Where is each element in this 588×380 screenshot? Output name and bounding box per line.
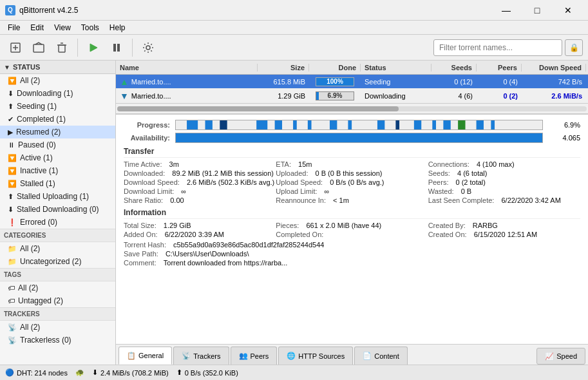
sidebar-item-tracker-all[interactable]: 📡 All (2) (0, 321, 115, 334)
sidebar-item-untagged[interactable]: 🏷 Untagged (2) (0, 294, 115, 307)
sidebar-item-paused[interactable]: ⏸ Paused (0) (0, 138, 115, 151)
table-row[interactable]: ▼ Married.to.... 1.29 GiB 6.9% Downloadi… (116, 89, 588, 103)
menu-file[interactable]: File (3, 22, 25, 33)
sidebar-item-label: Trackerless (0) (20, 336, 71, 345)
downloading-icon: ⬇ (8, 90, 14, 98)
peers-row: Peers: 0 (2 total) (428, 178, 580, 186)
td-status-0: Seeding (361, 78, 432, 86)
dl-speed-value: 2.6 MiB/s (502.3 KiB/s avg.) (187, 178, 274, 186)
sidebar-item-all[interactable]: 🔽 All (2) (0, 74, 115, 87)
svg-rect-20 (348, 120, 352, 130)
created-by-row: Created By: RARBG (428, 222, 580, 229)
menu-view[interactable]: View (49, 22, 76, 33)
td-peers-0: 0 (4) (477, 78, 522, 86)
trackers-header[interactable]: TRACKERS (0, 307, 115, 321)
svg-rect-18 (308, 120, 312, 130)
close-button[interactable]: ✕ (553, 0, 583, 21)
row-arrow-up: ▲ (120, 77, 129, 87)
downloaded-row: Downloaded: 89.2 MiB (91.2 MiB this sess… (124, 169, 276, 177)
sidebar-item-inactive[interactable]: 🔽 Inactive (1) (0, 164, 115, 177)
tags-header[interactable]: TAGS (0, 268, 115, 281)
sidebar-item-stalled-uploading[interactable]: ⬆ Stalled Uploading (1) (0, 190, 115, 203)
tab-content[interactable]: 📄 Content (354, 347, 408, 365)
th-speed[interactable]: Down Speed (522, 64, 586, 71)
td-speed-1: 2.6 MiB/s (522, 92, 586, 100)
sidebar-item-trackerless[interactable]: 📡 Trackerless (0) (0, 334, 115, 347)
down-speed-text: 2.4 MiB/s (708.2 MiB) (100, 369, 169, 377)
horizontal-scrollbar[interactable] (116, 103, 588, 113)
time-active-value: 3m (169, 160, 179, 168)
window-controls: — □ ✕ (491, 0, 583, 21)
uploaded-label: Uploaded: (276, 169, 308, 177)
seeds-label: Seeds: (428, 169, 450, 177)
options-button[interactable] (138, 37, 158, 58)
details-panel: Progress: (116, 114, 588, 365)
search-input[interactable] (433, 39, 562, 56)
sidebar-item-label: Stalled (1) (20, 179, 55, 188)
tab-general[interactable]: 📋 General (119, 347, 172, 365)
tags-label: TAGS (4, 271, 21, 278)
th-done[interactable]: Done (309, 64, 361, 71)
statusbar: 🔵 DHT: 214 nodes 🐢 ⬇ 2.4 MiB/s (708.2 Mi… (0, 365, 588, 380)
th-name[interactable]: Name (116, 64, 258, 71)
wasted-label: Wasted: (428, 187, 454, 195)
speed-button[interactable]: 📈 Speed (536, 348, 585, 365)
dl-speed-row: Download Speed: 2.6 MiB/s (502.3 KiB/s a… (124, 178, 276, 186)
sidebar-item-errored[interactable]: ❗ Errored (0) (0, 216, 115, 229)
th-status[interactable]: Status (361, 64, 432, 71)
th-size[interactable]: Size (258, 64, 309, 71)
add-torrent-button[interactable] (5, 37, 26, 58)
dht-icon: 🔵 (5, 368, 14, 377)
details-scroll: Progress: (116, 115, 588, 344)
tab-trackers[interactable]: 📡 Trackers (173, 347, 229, 365)
peers-value: 0 (2 total) (456, 178, 486, 186)
titlebar: Q qBittorrent v4.2.5 — □ ✕ (0, 0, 588, 21)
sidebar-item-cat-all[interactable]: 📁 All (2) (0, 242, 115, 255)
sidebar-item-tag-all[interactable]: 🏷 All (2) (0, 281, 115, 294)
svg-rect-15 (256, 120, 267, 130)
share-ratio-value: 0.00 (170, 196, 184, 204)
sidebar-item-label: Downloading (1) (17, 89, 73, 98)
torrent-name-0: Married.to.... (131, 78, 171, 86)
sidebar-item-label: Paused (0) (18, 140, 56, 149)
svg-rect-14 (220, 120, 227, 130)
sidebar-item-seeding[interactable]: ⬆ Seeding (1) (0, 100, 115, 113)
add-link-button[interactable] (28, 37, 49, 58)
minimize-button[interactable]: — (491, 0, 521, 21)
delete-button[interactable] (52, 37, 72, 58)
sidebar-item-stalled[interactable]: 🔽 Stalled (1) (0, 177, 115, 190)
th-peers[interactable]: Peers (477, 64, 522, 71)
added-on-value: 6/22/2020 3:39 AM (165, 231, 224, 238)
added-on-label: Added On: (124, 231, 158, 238)
general-icon: 📋 (127, 352, 136, 360)
table-row[interactable]: ▲ Married.to.... 615.8 MiB 100% Seeding … (116, 75, 588, 89)
menu-tools[interactable]: Tools (76, 22, 104, 33)
save-path-row: Save Path: C:\Users\User\Downloads\ (124, 250, 580, 258)
sidebar-item-uncategorized[interactable]: 📁 Uncategorized (2) (0, 255, 115, 268)
tab-http-sources[interactable]: 🌐 HTTP Sources (278, 347, 353, 365)
status-section-header[interactable]: ▼ STATUS (0, 61, 115, 74)
tab-peers[interactable]: 👥 Peers (231, 347, 278, 365)
main-layout: ▼ STATUS 🔽 All (2) ⬇ Downloading (1) ⬆ S… (0, 61, 588, 365)
td-done-1: 6.9% (309, 91, 361, 100)
sidebar-item-label: All (2) (20, 323, 40, 332)
lock-button[interactable]: 🔒 (565, 39, 583, 56)
sidebar-item-active[interactable]: 🔽 Active (1) (0, 151, 115, 164)
menu-help[interactable]: Help (104, 22, 131, 33)
speed-label: Speed (556, 352, 577, 360)
transfer-section-title: Transfer (124, 147, 580, 158)
menu-edit[interactable]: Edit (25, 22, 49, 33)
maximize-button[interactable]: □ (522, 0, 552, 21)
resume-button[interactable] (83, 37, 104, 58)
total-size-row: Total Size: 1.29 GiB (124, 222, 276, 229)
down-icon: ⬇ (92, 368, 98, 377)
scrollbar-thumb[interactable] (117, 106, 399, 111)
sidebar-item-stalled-downloading[interactable]: ⬇ Stalled Downloading (0) (0, 203, 115, 216)
pause-button[interactable] (106, 37, 127, 58)
pieces-row: Pieces: 661 x 2.0 MiB (have 44) (276, 222, 428, 229)
th-seeds[interactable]: Seeds (432, 64, 477, 71)
sidebar-item-resumed[interactable]: ▶ Resumed (2) (0, 126, 115, 138)
sidebar-item-completed[interactable]: ✔ Completed (1) (0, 113, 115, 126)
sidebar-item-downloading[interactable]: ⬇ Downloading (1) (0, 87, 115, 100)
categories-header[interactable]: CATEGORIES (0, 229, 115, 242)
